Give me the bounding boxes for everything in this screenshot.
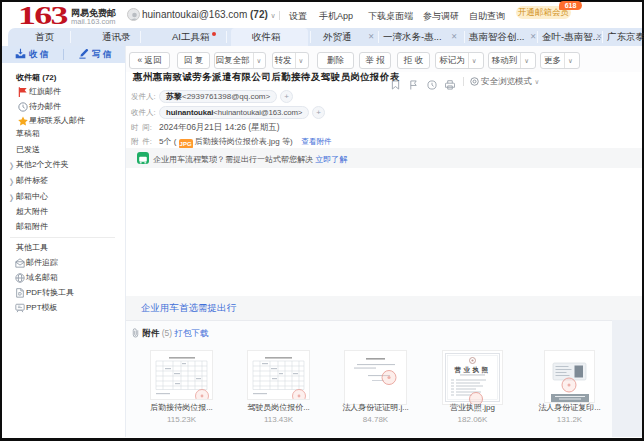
svg-text:营业执照: 营业执照 — [454, 366, 491, 374]
